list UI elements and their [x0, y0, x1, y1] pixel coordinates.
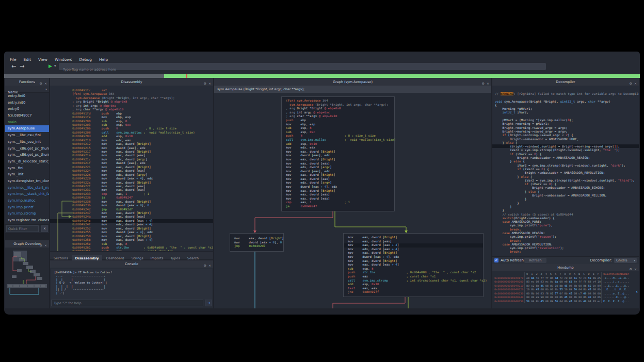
code-line[interactable]: sub esp, 8 [282, 126, 394, 130]
code-line[interactable]: mov dword [eax + 4], edx [344, 255, 483, 259]
code-line[interactable]: jne 0x804927f [344, 290, 483, 294]
code-line[interactable]: } [492, 208, 639, 212]
function-list-item[interactable]: sym.imp.malloc [5, 198, 49, 204]
code-line[interactable]: (fcn) sym.Aeropause 364 [282, 99, 394, 103]
code-line[interactable]: mov ebp, esp [282, 123, 394, 127]
code-line[interactable]: if (iVar2 == 0) { [492, 167, 639, 171]
debug-continue-icon[interactable]: ▶ [49, 63, 52, 69]
code-line[interactable]: ; arg int argc @ ebp+0xc [282, 111, 394, 115]
refresh-button[interactable]: Refresh [524, 258, 546, 263]
code-line[interactable]: add esp, 0x10 [344, 283, 483, 287]
code-line[interactable]: } else { [492, 175, 639, 178]
code-line[interactable]: mov eax, dword [Bright] [344, 251, 483, 255]
code-line[interactable]: jmp 0x80492d7 [230, 244, 283, 249]
code-line[interactable]: mov eax, dword [eax] [282, 193, 394, 197]
code-line[interactable]: case AMBASSADOR_PURE: [492, 220, 639, 223]
chevron-down-icon[interactable]: ▾ [54, 64, 56, 68]
function-list-item[interactable]: sym.imp.__libc_start_main [5, 185, 49, 191]
code-line[interactable]: case AMBASSADOR_REVOLUTION: [492, 242, 639, 246]
function-list-item[interactable]: sym.deregister_tm_clones [5, 178, 49, 185]
hexdump-row[interactable]: 0x0000000008049230008b0083f801770f8b4508… [494, 292, 637, 296]
function-list-item[interactable]: main [5, 119, 49, 126]
code-line[interactable]: ; arg char **argv @ ebp+0x10 [282, 114, 394, 119]
graph-node[interactable]: (fcn) sym.Aeropause 364 sym.Aeropause (B… [281, 96, 395, 211]
close-icon[interactable]: × [208, 262, 211, 269]
code-line[interactable]: case AMBASSADOR_REASON: [492, 231, 639, 235]
code-line[interactable]: iVar2 = sym.imp.strcmp((Bright->window).… [492, 148, 639, 152]
code-line[interactable]: // switch table (5 cases) at 0x804a044 [492, 212, 639, 216]
code-line[interactable]: } [492, 205, 639, 208]
code-line[interactable]: } [492, 197, 639, 201]
code-line[interactable]: call sym.imp.malloc ; void *malloc(size_… [282, 138, 394, 142]
hexdump-row[interactable]: 0x00000000080491f0e86bfeffff8b4dfcc98d61… [494, 276, 637, 281]
graph-node[interactable]: mov eax, dword [Bright]mov eax, dword [e… [343, 233, 484, 297]
console-input[interactable] [51, 300, 203, 306]
back-icon[interactable]: ← [11, 63, 16, 70]
seek-search-input[interactable] [59, 66, 546, 73]
code-line[interactable]: mov dword [eax], edx [282, 154, 394, 158]
graph-node[interactable]: mov eax, dword [Bright]mov dword [eax + … [230, 233, 284, 252]
functions-sort-header[interactable]: Name ▾ [5, 86, 49, 93]
code-line[interactable]: } else { [492, 159, 639, 163]
decompiled-code[interactable]: // WARNING: [r2ghidra] failed to match t… [492, 86, 639, 257]
hexdump-row[interactable]: 0x0000000008049220108b45088b008b55108950… [494, 288, 637, 292]
code-line[interactable]: mov dword [eax + 8], 0 [230, 241, 283, 245]
code-line[interactable]: sym.imp.printf("pure"); [492, 223, 639, 227]
code-line[interactable]: mov eax, dword [Bright] [282, 150, 394, 154]
function-list-item[interactable]: sym.register_tm_clones [5, 217, 49, 224]
code-line[interactable]: mov eax, dword [Bright] [230, 237, 283, 241]
graph-canvas[interactable]: (fcn) sym.Aeropause 364 sym.Aeropause (B… [214, 93, 491, 308]
code-line[interactable]: mov edx, eax [282, 146, 394, 150]
code-line[interactable]: mov eax, dword [eax + 4] [344, 263, 483, 267]
code-line[interactable]: mov edx, dword [argv] [282, 181, 394, 185]
code-line[interactable]: Bright->ambassador = AMBASSADOR_PURE; [492, 137, 639, 141]
code-line[interactable]: push 8 ; 8 ; size_t size [282, 134, 394, 138]
hexdump-row[interactable]: 0x000000000804921089c28b450889108b45088b… [494, 284, 637, 288]
code-line[interactable]: Bright->morning = pMVar1; [492, 122, 639, 125]
decompiler-engine-select[interactable]: Ghidra▾ [614, 258, 637, 263]
function-list-item[interactable]: sym.__libc_csu_init [5, 139, 49, 145]
code-line[interactable]: ja 0x8049247 [282, 205, 394, 209]
code-line[interactable]: } else { [492, 141, 639, 144]
code-line[interactable]: push ebp [282, 119, 394, 123]
disassembly-listing[interactable]: 0x080491fc ret(fcn) sym.Aeropause 364 sy… [50, 86, 213, 252]
code-line[interactable]: switch(Bright->ambassador) { [492, 216, 639, 220]
code-line[interactable]: mov dword [eax + 4], edx [282, 185, 394, 189]
send-command-icon[interactable]: → [205, 300, 212, 306]
code-line[interactable]: iVar2 = sym.imp.strcmp((Bright->window).… [492, 178, 639, 182]
quick-filter-input[interactable] [6, 225, 39, 232]
code-line[interactable]: sym.Aeropause (Bright *Bright, int argc,… [282, 103, 394, 107]
code-line[interactable]: sub esp, 0xc [282, 130, 394, 135]
close-icon[interactable]: × [634, 266, 637, 273]
code-line[interactable]: mov eax, dword [eax] [344, 240, 483, 244]
code-line[interactable]: mov edx, dword [eax + 4] [344, 248, 483, 252]
code-line[interactable]: mov eax, dword [eax] [282, 197, 394, 201]
auto-refresh-checkbox[interactable]: ✓ [494, 258, 498, 262]
code-line[interactable]: mov dword [eax], edx [282, 170, 394, 174]
code-line[interactable]: mov eax, dword [eax] [282, 177, 394, 182]
function-list-item[interactable]: sym.__x86.get_pc_thunk.bx [5, 152, 49, 158]
chevron-left-icon[interactable]: ‹ [636, 289, 638, 294]
graph-overview-minimap[interactable] [6, 248, 49, 308]
code-line[interactable]: mov eax, dword [Bright] [344, 236, 483, 240]
code-line[interactable]: mov eax, dword [Bright] [282, 158, 394, 162]
code-line[interactable]: break; [492, 227, 639, 231]
address-seek-bar[interactable] [4, 74, 640, 78]
function-list-item[interactable]: sym.__libc_csu_fini [5, 132, 49, 139]
code-line[interactable]: if (iVar2 == 0) { [492, 182, 639, 186]
function-list-item[interactable]: sym.imp.__stack_chk_fail [5, 191, 49, 198]
hexdump-row[interactable]: 0x000000000804925050048b45088950048b4508… [494, 300, 637, 304]
code-line[interactable]: void sym.Aeropause(Bright *Bright, uint3… [492, 100, 639, 103]
function-list-item[interactable]: sym._fini [5, 165, 49, 172]
code-line[interactable]: sym.imp.printf("revolution"); [492, 246, 639, 250]
code-line[interactable]: push eax ; const char *s1 [344, 275, 483, 279]
code-line[interactable]: mov eax, dword [Bright] [344, 259, 483, 264]
code-line[interactable]: (Bright->window).sunlight = Bright->morn… [492, 144, 639, 148]
code-line[interactable]: Bright->ambassador = AMBASSADOR_REVOLUTI… [492, 171, 639, 174]
code-line[interactable]: Bright->ambassador = AMBASSADOR_REASON; [492, 156, 639, 159]
function-list-item[interactable]: entry.fini0 [5, 93, 49, 100]
function-list-item[interactable]: sym.__x86.get_pc_thunk.bp [5, 145, 49, 152]
clear-filter-icon[interactable]: x [41, 225, 48, 232]
code-line[interactable]: mov eax, dword [Bright] [282, 189, 394, 193]
code-line[interactable]: iVar2 = sym.imp.strcmp((Bright->window).… [492, 163, 639, 167]
